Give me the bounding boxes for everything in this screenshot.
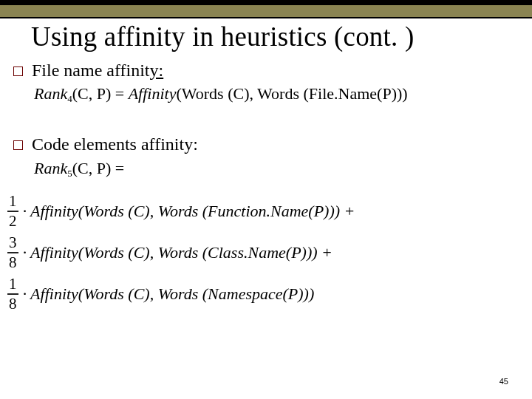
page-number: 45 — [499, 377, 508, 386]
rank5-args: (C, P) = — [72, 159, 124, 177]
fraction-numerator: 3 — [7, 235, 18, 252]
rank4-filename: (File.Name(P)) — [299, 84, 402, 103]
slide-title: Using affinity in heuristics (cont. ) — [31, 21, 414, 52]
rank4-close: ) — [402, 84, 407, 103]
term-2-text: · Affinity(Words (C), Words (Class.Name(… — [23, 243, 332, 262]
fraction-denominator: 8 — [7, 295, 18, 312]
term-3-text: · Affinity(Words (C), Words (Namespace(P… — [23, 284, 315, 304]
bullet-text-suffix: y: — [150, 61, 164, 80]
term-row-1: 1 2 · Affinity(Words (C), Words (Functio… — [7, 191, 355, 232]
fraction-denominator: 8 — [7, 253, 18, 270]
fraction-1-2: 1 2 — [7, 194, 18, 228]
slide: Using affinity in heuristics (cont. ) Fi… — [0, 0, 532, 399]
term-1-text: · Affinity(Words (C), Words (Function.Na… — [23, 202, 355, 221]
bullet-square-icon — [13, 140, 23, 150]
fraction-numerator: 1 — [7, 194, 18, 211]
rank5-terms: 1 2 · Affinity(Words (C), Words (Functio… — [7, 191, 355, 315]
rank4-words-c: (Words (C), Words — [176, 84, 299, 103]
top-black-bar — [0, 0, 532, 5]
rank5-name: Rank — [34, 159, 67, 177]
bullet-text: File name affinit — [32, 61, 150, 80]
term-row-2: 3 8 · Affinity(Words (C), Words (Class.N… — [7, 232, 355, 273]
rank4-args: (C, P) = — [72, 84, 129, 103]
fraction-numerator: 1 — [7, 276, 18, 293]
fraction-1-8: 1 8 — [7, 276, 18, 311]
fraction-denominator: 2 — [7, 212, 18, 229]
bullet-label: Code elements affinity: — [32, 134, 198, 154]
bullet-file-name: File name affinity: — [13, 61, 514, 81]
rank4-affinity: Affinity — [129, 84, 177, 103]
bullet-code-elements: Code elements affinity: — [13, 134, 514, 154]
fraction-3-8: 3 8 — [7, 235, 18, 270]
equation-rank4: Rank4(C, P) = Affinity(Words (C), Words … — [34, 84, 408, 105]
bullet-label: File name affinity: — [32, 61, 163, 81]
equation-rank5-lhs: Rank5(C, P) = — [34, 159, 124, 180]
bullet-square-icon — [13, 66, 23, 76]
term-row-3: 1 8 · Affinity(Words (C), Words (Namespa… — [7, 273, 355, 315]
title-accent-bar — [0, 5, 532, 18]
rank4-name: Rank — [34, 84, 67, 103]
